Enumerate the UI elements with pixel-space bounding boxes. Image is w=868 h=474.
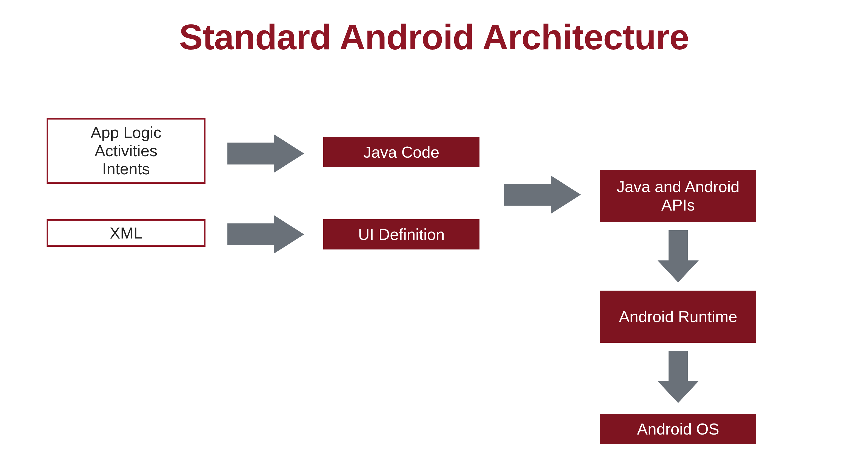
arrow-down-icon — [658, 230, 699, 283]
box-java-code: Java Code — [323, 137, 479, 167]
arrow-right-icon — [227, 215, 304, 254]
arrow-right-icon — [227, 134, 304, 173]
diagram-stage: Standard Android Architecture App Logic … — [0, 0, 868, 474]
svg-marker-0 — [227, 134, 304, 173]
box-android-os: Android OS — [600, 414, 756, 444]
box-app-logic: App Logic Activities Intents — [46, 118, 206, 184]
box-java-android-apis: Java and Android APIs — [600, 170, 756, 222]
svg-marker-1 — [227, 215, 304, 254]
svg-marker-3 — [658, 230, 699, 283]
box-ui-definition: UI Definition — [323, 219, 479, 249]
svg-marker-4 — [658, 351, 699, 403]
arrow-down-icon — [658, 351, 699, 403]
diagram-title: Standard Android Architecture — [0, 17, 868, 58]
svg-marker-2 — [504, 175, 581, 214]
box-android-runtime: Android Runtime — [600, 291, 756, 343]
arrow-right-icon — [504, 175, 581, 214]
box-xml: XML — [46, 219, 206, 247]
